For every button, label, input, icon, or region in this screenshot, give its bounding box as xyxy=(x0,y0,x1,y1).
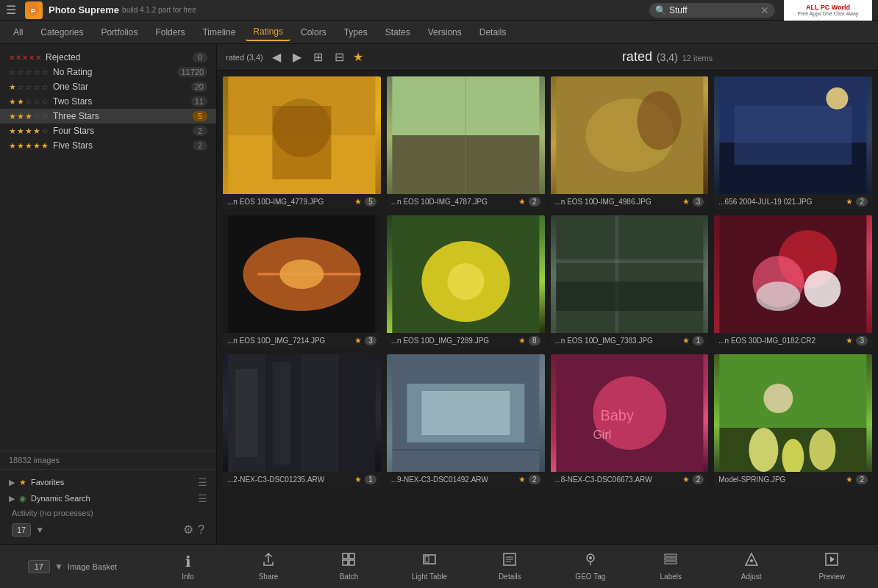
reject-icon: ✕ xyxy=(22,54,28,62)
photo-cell-10[interactable]: Baby Girl ...8-NEX-C3-DSC06673.ARW ★ 2 xyxy=(551,354,709,487)
photo-name-11: Model-SPRING.JPG xyxy=(718,476,843,484)
svg-text:Girl: Girl xyxy=(593,429,611,441)
one-star-label: One Star xyxy=(53,82,191,92)
labels-btn[interactable]: Labels xyxy=(652,552,689,581)
share-btn[interactable]: Share xyxy=(250,552,287,581)
content-area: rated (3,4) ◀ ▶ ⊞ ⊟ ★ rated (3,4) 12 ite… xyxy=(217,44,878,544)
svg-point-53 xyxy=(764,384,793,413)
photo-footer-10: ...8-NEX-C3-DSC06673.ARW ★ 2 xyxy=(551,472,709,487)
basket-arrow[interactable]: ▼ xyxy=(54,562,63,572)
photo-cell-6[interactable]: ...n EOS 10D_IMG_7383.JPG ★ 1 xyxy=(551,215,709,348)
adjust-btn[interactable]: Adjust xyxy=(733,552,770,581)
details-btn[interactable]: Details xyxy=(491,552,528,581)
tab-types[interactable]: Types xyxy=(337,24,375,40)
svg-point-50 xyxy=(749,428,779,472)
stack-btn[interactable]: ⊟ xyxy=(332,49,347,65)
back-btn[interactable]: ◀ xyxy=(269,49,284,65)
tab-colors[interactable]: Colors xyxy=(293,24,334,40)
photo-cell-9[interactable]: ...9-NEX-C3-DSC01492.ARW ★ 2 xyxy=(387,354,545,487)
tab-states[interactable]: States xyxy=(378,24,418,40)
hamburger-icon[interactable]: ☰ xyxy=(6,3,16,17)
rating-one-star[interactable]: ★ ☆ ☆ ☆ ☆ One Star 20 xyxy=(0,79,216,94)
rating-two-stars[interactable]: ★ ★ ☆ ☆ ☆ Two Stars 11 xyxy=(0,94,216,109)
tab-ratings[interactable]: Ratings xyxy=(246,24,290,41)
rating-five-stars[interactable]: ★ ★ ★ ★ ★ Five Stars 2 xyxy=(0,138,216,153)
tab-portfolios[interactable]: Portfolios xyxy=(93,24,145,40)
preview-btn[interactable]: Preview xyxy=(813,552,850,581)
progress-number[interactable]: 17 xyxy=(12,523,31,537)
settings-icon[interactable]: ⚙ xyxy=(183,523,193,537)
tab-details[interactable]: Details xyxy=(472,24,514,40)
toolbar-star-btn[interactable]: ★ xyxy=(353,50,363,64)
tab-timeline[interactable]: Timeline xyxy=(195,24,243,40)
no-rating-stars: ☆ ☆ ☆ ☆ ☆ xyxy=(9,68,49,77)
help-icon[interactable]: ? xyxy=(198,523,204,537)
labels-label: Labels xyxy=(660,573,682,581)
photo-cell-2[interactable]: ...n EOS 10D-IMG_4986.JPG ★ 3 xyxy=(551,76,709,209)
share-icon xyxy=(261,552,276,570)
geo-tag-btn[interactable]: GEO Tag xyxy=(572,552,609,581)
batch-btn[interactable]: Batch xyxy=(330,552,367,581)
batch-icon xyxy=(341,552,356,570)
tab-all[interactable]: All xyxy=(6,24,30,40)
photo-star-7: ★ xyxy=(846,336,853,345)
svg-rect-42 xyxy=(421,391,510,435)
svg-marker-73 xyxy=(830,556,835,562)
photo-rating-0: 5 xyxy=(365,197,376,207)
info-btn[interactable]: ℹ Info xyxy=(170,553,207,581)
svg-point-23 xyxy=(447,263,484,300)
three-stars-label: Three Stars xyxy=(53,111,193,121)
photo-cell-8[interactable]: ...2-NEX-C3-DSC01235.ARW ★ 1 xyxy=(223,354,381,487)
four-stars-count: 2 xyxy=(193,126,207,136)
photo-name-8: ...2-NEX-C3-DSC01235.ARW xyxy=(227,476,351,484)
photo-cell-0[interactable]: ...n EOS 10D-IMG_4779.JPG ★ 5 xyxy=(223,76,381,209)
folder-menu-icon[interactable]: ☰ xyxy=(198,476,207,488)
photo-name-3: ...656 2004-JUL-19 021.JPG xyxy=(718,198,843,206)
dynamic-search-label: Dynamic Search xyxy=(31,494,193,503)
svg-rect-69 xyxy=(665,562,677,564)
svg-point-65 xyxy=(589,556,592,559)
rating-four-stars[interactable]: ★ ★ ★ ★ ☆ Four Stars 2 xyxy=(0,123,216,138)
photo-cell-1[interactable]: ...n EOS 10D-IMG_4787.JPG ★ 2 xyxy=(387,76,545,209)
svg-rect-59 xyxy=(425,556,429,562)
light-table-btn[interactable]: Light Table xyxy=(411,552,448,581)
photo-footer-4: ...n EOS 10D_IMG_7214.JPG ★ 3 xyxy=(223,333,381,348)
photo-name-5: ...n EOS 10D_IMG_7289.JPG xyxy=(391,337,515,345)
svg-rect-25 xyxy=(615,215,618,333)
preview-label: Preview xyxy=(818,573,845,581)
favorites-folder[interactable]: ▶ ★ Favorites ☰ xyxy=(6,474,210,490)
preview-icon xyxy=(824,552,839,570)
light-table-icon xyxy=(422,552,437,570)
forward-btn[interactable]: ▶ xyxy=(290,49,304,65)
folder-menu-icon[interactable]: ☰ xyxy=(198,492,207,504)
details-icon xyxy=(502,552,517,570)
photo-cell-11[interactable]: Model-SPRING.JPG ★ 2 xyxy=(714,354,872,487)
reject-icon: ✕ xyxy=(9,54,15,62)
progress-arrow[interactable]: ▼ xyxy=(35,525,44,535)
rating-three-stars[interactable]: ★ ★ ★ ☆ ☆ Three Stars 5 xyxy=(0,109,216,123)
nav-tabs: All Categories Portfolios Folders Timeli… xyxy=(0,21,878,44)
top-bar: ☰ P Photo Supreme build 4.1.2 part for f… xyxy=(0,0,878,21)
tab-versions[interactable]: Versions xyxy=(421,24,469,40)
rating-no-rating[interactable]: ☆ ☆ ☆ ☆ ☆ No Rating 11720 xyxy=(0,65,216,79)
svg-rect-57 xyxy=(349,560,354,565)
rated-header: rated (3,4) 12 items xyxy=(622,49,869,65)
tab-categories[interactable]: Categories xyxy=(33,24,90,40)
search-clear-icon[interactable]: ✕ xyxy=(760,4,769,16)
tab-folders[interactable]: Folders xyxy=(148,24,192,40)
photo-cell-4[interactable]: ...n EOS 10D_IMG_7214.JPG ★ 3 xyxy=(223,215,381,348)
filter-btn[interactable]: ⊞ xyxy=(310,49,326,65)
rating-rejected[interactable]: ✕ ✕ ✕ ✕ ✕ Rejected 0 xyxy=(0,50,216,65)
image-basket-num[interactable]: 17 xyxy=(28,560,50,573)
dynamic-search-folder[interactable]: ▶ ◉ Dynamic Search ☰ xyxy=(6,490,210,506)
svg-point-11 xyxy=(637,91,681,150)
photo-cell-5[interactable]: ...n EOS 10D_IMG_7289.JPG ★ 8 xyxy=(387,215,545,348)
search-bar[interactable]: 🔍 ✕ xyxy=(649,3,775,18)
svg-rect-54 xyxy=(343,553,348,559)
svg-point-71 xyxy=(750,559,753,562)
photo-cell-7[interactable]: ...n EOS 30D-IMG_0182.CR2 ★ 3 xyxy=(714,215,872,348)
photo-rating-1: 2 xyxy=(529,197,540,207)
bottom-toolbar: 17 ▼ Image Basket ℹ Info Share Batch xyxy=(0,544,878,588)
search-input[interactable] xyxy=(669,5,757,15)
photo-cell-3[interactable]: ...656 2004-JUL-19 021.JPG ★ 2 xyxy=(714,76,872,209)
